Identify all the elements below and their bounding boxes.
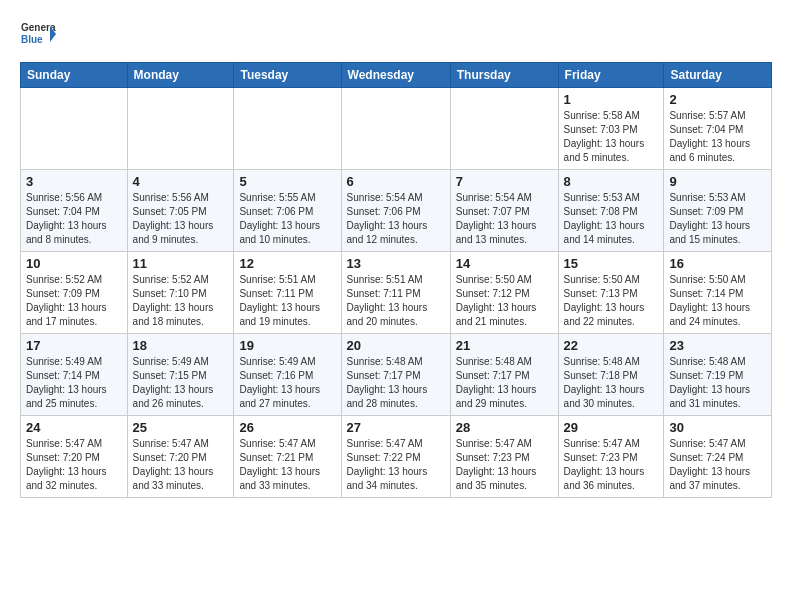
day-number: 14 bbox=[456, 256, 553, 271]
calendar-cell: 30Sunrise: 5:47 AMSunset: 7:24 PMDayligh… bbox=[664, 416, 772, 498]
calendar-cell: 19Sunrise: 5:49 AMSunset: 7:16 PMDayligh… bbox=[234, 334, 341, 416]
calendar-cell bbox=[21, 88, 128, 170]
calendar-cell: 9Sunrise: 5:53 AMSunset: 7:09 PMDaylight… bbox=[664, 170, 772, 252]
calendar-table: SundayMondayTuesdayWednesdayThursdayFrid… bbox=[20, 62, 772, 498]
calendar-cell: 11Sunrise: 5:52 AMSunset: 7:10 PMDayligh… bbox=[127, 252, 234, 334]
day-info: Sunrise: 5:47 AMSunset: 7:24 PMDaylight:… bbox=[669, 437, 766, 493]
day-number: 7 bbox=[456, 174, 553, 189]
calendar-cell: 2Sunrise: 5:57 AMSunset: 7:04 PMDaylight… bbox=[664, 88, 772, 170]
day-number: 20 bbox=[347, 338, 445, 353]
day-number: 23 bbox=[669, 338, 766, 353]
day-info: Sunrise: 5:47 AMSunset: 7:20 PMDaylight:… bbox=[133, 437, 229, 493]
calendar-cell: 20Sunrise: 5:48 AMSunset: 7:17 PMDayligh… bbox=[341, 334, 450, 416]
week-row-2: 3Sunrise: 5:56 AMSunset: 7:04 PMDaylight… bbox=[21, 170, 772, 252]
week-row-5: 24Sunrise: 5:47 AMSunset: 7:20 PMDayligh… bbox=[21, 416, 772, 498]
calendar-cell: 27Sunrise: 5:47 AMSunset: 7:22 PMDayligh… bbox=[341, 416, 450, 498]
day-info: Sunrise: 5:47 AMSunset: 7:21 PMDaylight:… bbox=[239, 437, 335, 493]
calendar-cell bbox=[450, 88, 558, 170]
header-day-tuesday: Tuesday bbox=[234, 63, 341, 88]
day-info: Sunrise: 5:50 AMSunset: 7:13 PMDaylight:… bbox=[564, 273, 659, 329]
day-info: Sunrise: 5:47 AMSunset: 7:20 PMDaylight:… bbox=[26, 437, 122, 493]
day-info: Sunrise: 5:57 AMSunset: 7:04 PMDaylight:… bbox=[669, 109, 766, 165]
day-info: Sunrise: 5:52 AMSunset: 7:09 PMDaylight:… bbox=[26, 273, 122, 329]
calendar-cell: 10Sunrise: 5:52 AMSunset: 7:09 PMDayligh… bbox=[21, 252, 128, 334]
day-info: Sunrise: 5:49 AMSunset: 7:14 PMDaylight:… bbox=[26, 355, 122, 411]
calendar-cell: 26Sunrise: 5:47 AMSunset: 7:21 PMDayligh… bbox=[234, 416, 341, 498]
header-day-sunday: Sunday bbox=[21, 63, 128, 88]
day-number: 16 bbox=[669, 256, 766, 271]
day-info: Sunrise: 5:48 AMSunset: 7:19 PMDaylight:… bbox=[669, 355, 766, 411]
day-info: Sunrise: 5:53 AMSunset: 7:09 PMDaylight:… bbox=[669, 191, 766, 247]
day-number: 18 bbox=[133, 338, 229, 353]
calendar-cell: 12Sunrise: 5:51 AMSunset: 7:11 PMDayligh… bbox=[234, 252, 341, 334]
day-number: 2 bbox=[669, 92, 766, 107]
day-info: Sunrise: 5:56 AMSunset: 7:05 PMDaylight:… bbox=[133, 191, 229, 247]
day-number: 19 bbox=[239, 338, 335, 353]
day-info: Sunrise: 5:48 AMSunset: 7:17 PMDaylight:… bbox=[347, 355, 445, 411]
header-row: SundayMondayTuesdayWednesdayThursdayFrid… bbox=[21, 63, 772, 88]
calendar-cell: 23Sunrise: 5:48 AMSunset: 7:19 PMDayligh… bbox=[664, 334, 772, 416]
calendar-cell: 8Sunrise: 5:53 AMSunset: 7:08 PMDaylight… bbox=[558, 170, 664, 252]
calendar-cell: 18Sunrise: 5:49 AMSunset: 7:15 PMDayligh… bbox=[127, 334, 234, 416]
calendar-cell bbox=[234, 88, 341, 170]
day-info: Sunrise: 5:50 AMSunset: 7:14 PMDaylight:… bbox=[669, 273, 766, 329]
day-number: 12 bbox=[239, 256, 335, 271]
week-row-1: 1Sunrise: 5:58 AMSunset: 7:03 PMDaylight… bbox=[21, 88, 772, 170]
week-row-4: 17Sunrise: 5:49 AMSunset: 7:14 PMDayligh… bbox=[21, 334, 772, 416]
day-info: Sunrise: 5:49 AMSunset: 7:15 PMDaylight:… bbox=[133, 355, 229, 411]
logo-svg: General Blue bbox=[20, 16, 56, 52]
calendar-cell: 6Sunrise: 5:54 AMSunset: 7:06 PMDaylight… bbox=[341, 170, 450, 252]
header: General Blue bbox=[20, 16, 772, 52]
day-number: 9 bbox=[669, 174, 766, 189]
day-number: 5 bbox=[239, 174, 335, 189]
calendar-cell: 13Sunrise: 5:51 AMSunset: 7:11 PMDayligh… bbox=[341, 252, 450, 334]
day-info: Sunrise: 5:58 AMSunset: 7:03 PMDaylight:… bbox=[564, 109, 659, 165]
calendar-cell: 25Sunrise: 5:47 AMSunset: 7:20 PMDayligh… bbox=[127, 416, 234, 498]
day-number: 8 bbox=[564, 174, 659, 189]
day-number: 15 bbox=[564, 256, 659, 271]
day-number: 3 bbox=[26, 174, 122, 189]
calendar-body: 1Sunrise: 5:58 AMSunset: 7:03 PMDaylight… bbox=[21, 88, 772, 498]
header-day-friday: Friday bbox=[558, 63, 664, 88]
day-number: 13 bbox=[347, 256, 445, 271]
header-day-monday: Monday bbox=[127, 63, 234, 88]
day-info: Sunrise: 5:47 AMSunset: 7:22 PMDaylight:… bbox=[347, 437, 445, 493]
day-number: 10 bbox=[26, 256, 122, 271]
day-number: 4 bbox=[133, 174, 229, 189]
day-number: 24 bbox=[26, 420, 122, 435]
day-number: 1 bbox=[564, 92, 659, 107]
day-info: Sunrise: 5:51 AMSunset: 7:11 PMDaylight:… bbox=[239, 273, 335, 329]
calendar-cell: 7Sunrise: 5:54 AMSunset: 7:07 PMDaylight… bbox=[450, 170, 558, 252]
day-number: 25 bbox=[133, 420, 229, 435]
day-info: Sunrise: 5:50 AMSunset: 7:12 PMDaylight:… bbox=[456, 273, 553, 329]
day-info: Sunrise: 5:54 AMSunset: 7:06 PMDaylight:… bbox=[347, 191, 445, 247]
header-day-wednesday: Wednesday bbox=[341, 63, 450, 88]
day-number: 27 bbox=[347, 420, 445, 435]
day-info: Sunrise: 5:54 AMSunset: 7:07 PMDaylight:… bbox=[456, 191, 553, 247]
day-info: Sunrise: 5:49 AMSunset: 7:16 PMDaylight:… bbox=[239, 355, 335, 411]
calendar-cell: 22Sunrise: 5:48 AMSunset: 7:18 PMDayligh… bbox=[558, 334, 664, 416]
week-row-3: 10Sunrise: 5:52 AMSunset: 7:09 PMDayligh… bbox=[21, 252, 772, 334]
calendar-cell: 17Sunrise: 5:49 AMSunset: 7:14 PMDayligh… bbox=[21, 334, 128, 416]
header-day-thursday: Thursday bbox=[450, 63, 558, 88]
day-number: 11 bbox=[133, 256, 229, 271]
calendar-header: SundayMondayTuesdayWednesdayThursdayFrid… bbox=[21, 63, 772, 88]
day-info: Sunrise: 5:56 AMSunset: 7:04 PMDaylight:… bbox=[26, 191, 122, 247]
page: General Blue SundayMondayTuesdayWednesda… bbox=[0, 0, 792, 612]
calendar-cell: 28Sunrise: 5:47 AMSunset: 7:23 PMDayligh… bbox=[450, 416, 558, 498]
day-info: Sunrise: 5:48 AMSunset: 7:17 PMDaylight:… bbox=[456, 355, 553, 411]
day-info: Sunrise: 5:53 AMSunset: 7:08 PMDaylight:… bbox=[564, 191, 659, 247]
calendar-cell: 29Sunrise: 5:47 AMSunset: 7:23 PMDayligh… bbox=[558, 416, 664, 498]
day-number: 21 bbox=[456, 338, 553, 353]
svg-text:Blue: Blue bbox=[21, 34, 43, 45]
calendar-cell bbox=[127, 88, 234, 170]
day-number: 30 bbox=[669, 420, 766, 435]
calendar-cell: 21Sunrise: 5:48 AMSunset: 7:17 PMDayligh… bbox=[450, 334, 558, 416]
calendar-cell bbox=[341, 88, 450, 170]
calendar-cell: 14Sunrise: 5:50 AMSunset: 7:12 PMDayligh… bbox=[450, 252, 558, 334]
day-info: Sunrise: 5:48 AMSunset: 7:18 PMDaylight:… bbox=[564, 355, 659, 411]
day-number: 22 bbox=[564, 338, 659, 353]
day-info: Sunrise: 5:51 AMSunset: 7:11 PMDaylight:… bbox=[347, 273, 445, 329]
calendar-cell: 15Sunrise: 5:50 AMSunset: 7:13 PMDayligh… bbox=[558, 252, 664, 334]
day-info: Sunrise: 5:47 AMSunset: 7:23 PMDaylight:… bbox=[456, 437, 553, 493]
